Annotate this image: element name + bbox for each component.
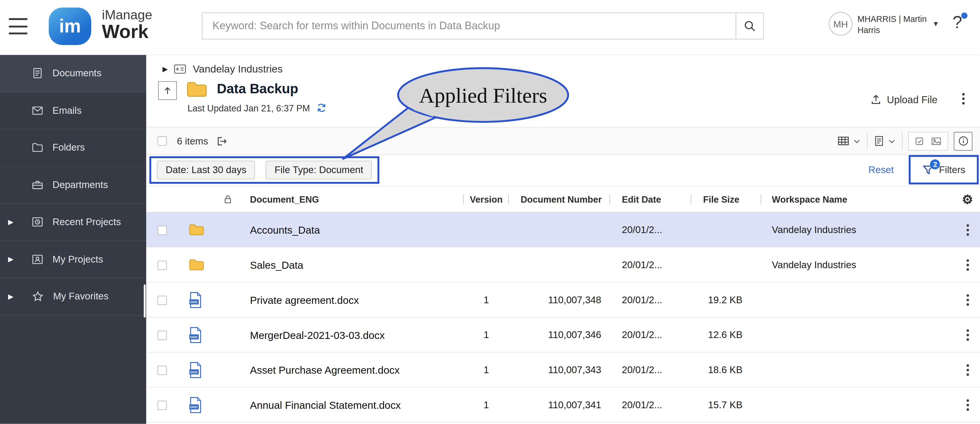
folder-icon-large xyxy=(186,81,208,100)
avatar[interactable]: MH xyxy=(829,12,853,36)
export-icon xyxy=(215,135,228,147)
search-button[interactable] xyxy=(736,13,763,39)
filters-button[interactable]: 2 Filters xyxy=(922,163,966,176)
navigate-up-button[interactable] xyxy=(158,81,177,100)
info-panel-button[interactable] xyxy=(954,132,972,150)
expand-caret-icon[interactable]: ▶ xyxy=(8,292,13,301)
thumbnail-view-icon[interactable] xyxy=(931,135,942,147)
sidebar-item-documents[interactable]: Documents xyxy=(0,55,146,92)
svg-text:DOC: DOC xyxy=(190,370,198,374)
export-button[interactable] xyxy=(215,135,228,147)
document-number: 110,007,346 xyxy=(509,317,610,353)
select-all-checkbox[interactable] xyxy=(158,136,167,146)
sidebar-item-my-projects[interactable]: ▶ My Projects xyxy=(0,241,146,278)
brand-line1: iManage xyxy=(102,8,152,22)
document-name[interactable]: Asset Purchase Agreement.docx xyxy=(240,353,464,388)
column-header-name[interactable]: Document_ENG xyxy=(240,186,464,213)
row-kebab-menu[interactable] xyxy=(955,317,980,353)
layout: Documents Emails Folders Departments xyxy=(0,55,980,424)
file-size: 15.7 KB xyxy=(691,387,761,422)
help-button[interactable]: ? xyxy=(953,13,962,32)
reset-filters-link[interactable]: Reset xyxy=(868,164,894,175)
hamburger-menu-icon[interactable] xyxy=(9,18,27,35)
row-kebab-menu[interactable] xyxy=(955,387,980,422)
chevron-down-icon xyxy=(888,137,896,145)
filter-count-badge: 2 xyxy=(930,159,940,169)
column-settings-gear-icon[interactable]: ⚙ xyxy=(955,186,980,213)
document-number xyxy=(509,213,610,248)
sidebar-item-folders[interactable]: Folders xyxy=(0,129,146,167)
table-row[interactable]: DOC Asset Purchase Agreement.docx 1 110,… xyxy=(146,353,980,388)
row-checkbox[interactable] xyxy=(158,260,167,269)
breadcrumb: ▶ Vandelay Industries xyxy=(162,63,283,75)
refresh-icon[interactable] xyxy=(315,102,328,114)
table-row[interactable]: DOC Annual Financial Statement.docx 1 11… xyxy=(146,387,980,422)
document-name[interactable]: Accounts_Data xyxy=(240,213,464,248)
document-version: 1 xyxy=(464,282,509,317)
table-row[interactable]: DOC Private agreement.docx 1 110,007,348… xyxy=(146,282,980,317)
row-kebab-menu[interactable] xyxy=(955,248,980,283)
arrow-up-icon xyxy=(162,86,172,96)
row-checkbox[interactable] xyxy=(158,225,167,235)
word-doc-icon: DOC xyxy=(189,362,203,378)
grid-view-dropdown[interactable] xyxy=(837,134,861,148)
row-spacer xyxy=(905,387,955,422)
upload-file-button[interactable]: Upload File xyxy=(870,94,938,106)
document-name[interactable]: Sales_Data xyxy=(240,248,464,283)
file-size xyxy=(691,248,761,283)
document-view-dropdown[interactable] xyxy=(873,135,896,147)
workspace-icon xyxy=(174,64,186,74)
expand-caret-icon[interactable]: ▶ xyxy=(8,255,13,263)
sidebar-item-my-favorites[interactable]: ▶ My Favorites xyxy=(0,278,146,315)
sidebar-item-emails[interactable]: Emails xyxy=(0,92,146,129)
breadcrumb-label[interactable]: Vandelay Industries xyxy=(192,63,282,75)
header-kebab-menu[interactable] xyxy=(962,92,965,107)
row-checkbox[interactable] xyxy=(158,400,167,410)
column-header-version[interactable]: Version xyxy=(464,186,509,213)
table-row[interactable]: DOC MergerDeal-2021-03-03.docx 1 110,007… xyxy=(146,317,980,353)
document-name[interactable]: MergerDeal-2021-03-03.docx xyxy=(240,317,464,353)
workspace-name xyxy=(761,387,905,422)
edit-date: 20/01/2... xyxy=(610,353,691,388)
file-size: 18.6 KB xyxy=(691,353,761,388)
column-header-document-number[interactable]: Document Number xyxy=(509,186,610,213)
sidebar-item-departments[interactable]: Departments xyxy=(0,167,146,204)
table-row[interactable]: DOC Sales_Data 20/01/2... Vandelay Indus… xyxy=(146,248,980,283)
filter-chip[interactable]: File Type: Document xyxy=(266,161,372,179)
checkbox-view-icon[interactable] xyxy=(914,136,924,146)
lock-column-header[interactable] xyxy=(215,186,240,213)
document-version: 1 xyxy=(464,317,509,353)
brand-text: iManage Work xyxy=(102,8,152,41)
breadcrumb-caret-icon[interactable]: ▶ xyxy=(162,65,168,73)
row-kebab-menu[interactable] xyxy=(955,213,980,248)
document-name[interactable]: Annual Financial Statement.docx xyxy=(240,387,464,422)
search-input[interactable] xyxy=(203,13,736,39)
brand-line2: Work xyxy=(102,22,152,41)
row-lock-cell xyxy=(215,353,240,388)
filter-bar: Date: Last 30 daysFile Type: Document Re… xyxy=(146,155,980,186)
email-icon xyxy=(31,104,44,117)
row-kebab-menu[interactable] xyxy=(955,353,980,388)
expand-caret-icon[interactable]: ▶ xyxy=(8,218,13,226)
help-notification-dot xyxy=(961,13,967,19)
document-name[interactable]: Private agreement.docx xyxy=(240,282,464,317)
sidebar-item-recent-projects[interactable]: ▶ Recent Projects xyxy=(0,204,146,241)
row-checkbox[interactable] xyxy=(158,330,167,340)
upload-icon xyxy=(870,94,882,106)
document-number: 110,007,341 xyxy=(509,387,610,422)
column-header-workspace-name[interactable]: Workspace Name xyxy=(761,186,905,213)
row-checkbox[interactable] xyxy=(158,365,167,375)
table-row[interactable]: DOC Accounts_Data 20/01/2... Vandelay In… xyxy=(146,213,980,248)
column-header-edit-date[interactable]: Edit Date xyxy=(610,186,691,213)
filter-chip[interactable]: Date: Last 30 days xyxy=(157,161,255,179)
column-header-file-size[interactable]: File Size xyxy=(691,186,761,213)
help-label: ? xyxy=(953,13,962,32)
main-content: ▶ Vandelay Industries Data Backup Last U… xyxy=(146,55,980,424)
file-size xyxy=(691,213,761,248)
row-kebab-menu[interactable] xyxy=(955,282,980,317)
workspace-name xyxy=(761,282,905,317)
sidebar-scrollbar[interactable] xyxy=(144,285,146,317)
user-menu-chevron-icon[interactable]: ▾ xyxy=(934,19,938,28)
row-lock-cell xyxy=(215,317,240,353)
row-checkbox[interactable] xyxy=(158,295,167,305)
